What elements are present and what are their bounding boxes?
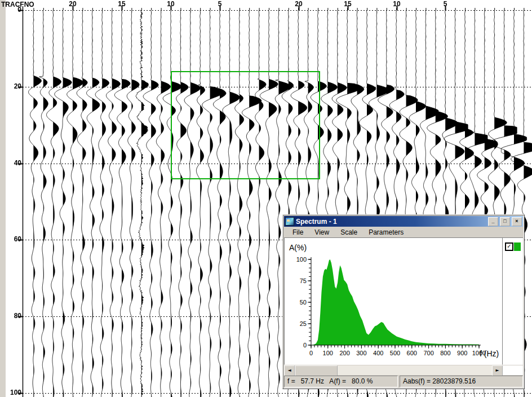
svg-text:900: 900: [457, 350, 467, 356]
time-tick-label: 20: [5, 82, 21, 90]
window-title: Spectrum - 1: [296, 218, 486, 226]
scrollbar-thumb[interactable]: [295, 365, 338, 376]
curve-legend-panel: ✓: [503, 237, 523, 365]
spectrum-menubar: FileViewScaleParameters: [284, 227, 523, 237]
scroll-right-button[interactable]: ►: [492, 365, 503, 376]
maximize-button[interactable]: □: [500, 217, 510, 226]
minimize-button[interactable]: _: [488, 217, 498, 226]
curve-visibility-checkbox[interactable]: ✓: [505, 242, 513, 251]
scrollbar-track[interactable]: [338, 365, 492, 375]
menu-item-view[interactable]: View: [309, 228, 334, 237]
svg-text:25: 25: [300, 320, 307, 327]
y-axis-title: A(%): [289, 243, 307, 252]
app-icon: [285, 217, 294, 226]
frequency-readout: f = 57.7 Hz A(f) = 80.0 %: [284, 376, 398, 387]
time-tick-label: 40: [5, 159, 21, 167]
menu-item-scale[interactable]: Scale: [335, 228, 362, 237]
trace-number-label: 15: [339, 0, 356, 8]
time-tick-label: 0: [5, 6, 21, 14]
absolute-amplitude-readout: Aabs(f) = 28023879.516: [400, 376, 523, 387]
window-edge-strip: [0, 0, 6, 397]
spectrum-chart-area[interactable]: 0255075100010020030040050060070080090010…: [284, 237, 503, 365]
time-tick-label: 60: [5, 235, 21, 243]
svg-text:100: 100: [323, 350, 333, 356]
trace-number-label: 20: [290, 0, 307, 8]
trace-number-label: 20: [64, 0, 81, 8]
scroll-row: ◄ ►: [284, 365, 523, 375]
scroll-left-button[interactable]: ◄: [284, 365, 295, 376]
spectrum-window: Spectrum - 1 _ □ × FileViewScaleParamete…: [282, 214, 525, 389]
svg-text:700: 700: [423, 350, 433, 356]
spectrum-area-chart: 0255075100010020030040050060070080090010…: [285, 238, 502, 363]
time-tick-label: 80: [5, 312, 21, 320]
trace-number-label: 15: [113, 0, 130, 8]
svg-text:0: 0: [303, 342, 307, 349]
svg-text:400: 400: [373, 350, 383, 356]
svg-text:500: 500: [390, 350, 400, 356]
trace-number-label: 5: [211, 0, 228, 8]
svg-text:0: 0: [309, 350, 313, 356]
curve-color-swatch: [514, 242, 521, 251]
horizontal-scrollbar[interactable]: ◄ ►: [284, 365, 503, 375]
svg-text:50: 50: [300, 299, 307, 306]
menu-item-parameters[interactable]: Parameters: [363, 228, 409, 237]
spectrum-window-titlebar[interactable]: Spectrum - 1 _ □ ×: [284, 216, 523, 227]
svg-text:200: 200: [339, 350, 349, 356]
svg-text:800: 800: [440, 350, 450, 356]
spectrum-main-area: 0255075100010020030040050060070080090010…: [284, 237, 523, 365]
close-button[interactable]: ×: [512, 217, 522, 226]
svg-text:75: 75: [300, 277, 307, 284]
time-tick-label: 100: [5, 389, 21, 396]
trace-number-label: 10: [388, 0, 405, 8]
svg-text:100: 100: [296, 256, 307, 263]
svg-text:300: 300: [356, 350, 366, 356]
x-axis-title: f (Hz): [480, 349, 499, 358]
selection-rectangle[interactable]: [171, 71, 320, 179]
scrollbar-corner: [503, 365, 523, 375]
menu-item-file[interactable]: File: [287, 228, 308, 237]
svg-text:600: 600: [407, 350, 417, 356]
trace-number-label: 10: [162, 0, 179, 8]
status-bar: f = 57.7 Hz A(f) = 80.0 % Aabs(f) = 2802…: [284, 376, 523, 387]
spectrum-curve: [311, 259, 479, 345]
trace-number-label: 5: [437, 0, 454, 8]
seismic-viewer-app: TRACFNO 20151052015105 020406080100 Spec…: [0, 0, 532, 397]
